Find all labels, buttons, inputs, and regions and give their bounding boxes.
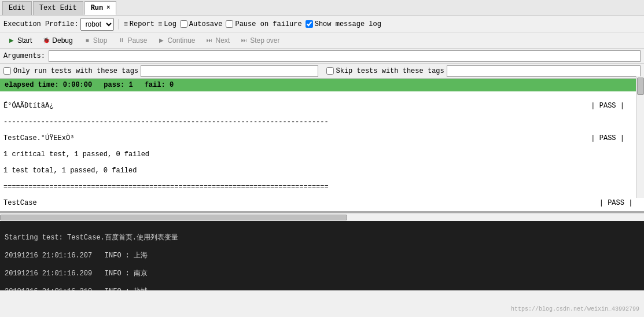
report-icon: ≡ [124, 20, 128, 28]
toolbar2: ▶ Start 🐞 Debug ■ Stop ⏸ Pause ▶ Continu… [0, 32, 644, 49]
pause-on-failure-checkbox[interactable] [226, 20, 233, 28]
execution-profile-label: Execution Profile: [3, 20, 79, 28]
v-scroll-thumb[interactable] [637, 78, 644, 95]
tab-edit[interactable]: Edit [2, 1, 32, 15]
skip-label: Skip tests with these tags [336, 67, 444, 75]
skip-col: Skip tests with these tags [326, 65, 641, 77]
step-over-icon: ⏭ [240, 36, 248, 45]
horizontal-scrollbar[interactable] [0, 213, 644, 221]
log-line3: 20191216 21:01:16.209 INFO : 南京 [5, 268, 639, 278]
watermark: https://blog.csdn.net/weixin_43992799 [511, 306, 639, 312]
arguments-label: Arguments: [3, 52, 45, 60]
pause-label: Pause [127, 36, 147, 45]
continue-label: Continue [167, 36, 195, 45]
tab-run-close-icon[interactable]: × [106, 5, 110, 11]
autosave-label: Autosave [189, 20, 223, 28]
elapsed-label: elapsed time: 0:00:00 [5, 81, 92, 89]
step-over-label: Step over [250, 36, 279, 45]
start-icon: ▶ [8, 36, 16, 45]
tab-run-label: Run [91, 4, 104, 12]
output-line4: 1 critical test, 1 passed, 0 failed [3, 150, 641, 158]
report-group[interactable]: ≡ Report [124, 20, 154, 28]
arguments-row: Arguments: [0, 49, 644, 64]
execution-profile-group: Execution Profile: robot [3, 18, 114, 31]
main-area: É°ÓÄÃÐtítäÄ¿ | PASS | ------------------… [0, 91, 644, 317]
output-pane[interactable]: É°ÓÄÃÐtítäÄ¿ | PASS | ------------------… [0, 91, 644, 213]
tab-edit-label: Edit [9, 4, 25, 12]
show-message-log-group[interactable]: Show message log [306, 20, 381, 28]
tab-text-edit[interactable]: Text Edit [33, 1, 83, 15]
debug-button[interactable]: 🐞 Debug [38, 35, 76, 46]
pause-on-failure-label: Pause on failure [235, 20, 301, 28]
status-bar: elapsed time: 0:00:00 pass: 1 fail: 0 [0, 79, 644, 91]
step-over-button[interactable]: ⏭ Step over [236, 35, 284, 46]
tab-run[interactable]: Run × [84, 1, 117, 15]
stop-icon: ■ [83, 36, 91, 45]
pass-label: pass: 1 [104, 81, 133, 89]
start-button[interactable]: ▶ Start [3, 35, 36, 46]
only-run-checkbox[interactable] [3, 67, 11, 75]
h-scroll-thumb[interactable] [0, 215, 347, 220]
continue-button[interactable]: ▶ Continue [153, 35, 199, 46]
output-line7: TestCase | PASS | [3, 199, 641, 207]
vertical-scrollbar[interactable] [636, 76, 644, 198]
pause-button[interactable]: ⏸ Pause [113, 35, 151, 46]
output-line6: ========================================… [3, 183, 641, 191]
output-line5: 1 test total, 1 passed, 0 failed [3, 167, 641, 175]
tab-bar: Edit Text Edit Run × [0, 0, 644, 16]
next-button[interactable]: ⏭ Next [201, 35, 234, 46]
output-line3: TestCase.°ÚŸEExÒ³ | PASS | [3, 134, 641, 142]
skip-checkbox[interactable] [326, 67, 334, 75]
start-label: Start [17, 36, 32, 45]
output-line2: ----------------------------------------… [3, 118, 641, 126]
log-pane[interactable]: Starting test: TestCase.百度首页.使用列表变量 2019… [0, 221, 644, 290]
log-line1: Starting test: TestCase.百度首页.使用列表变量 [5, 233, 639, 242]
tags-row: Only run tests with these tags Skip test… [0, 64, 644, 79]
tab-text-edit-label: Text Edit [39, 4, 77, 12]
toolbar1: Execution Profile: robot ≡ Report ≡ Log … [0, 16, 644, 32]
log-line4: 20191216 21:01:16.210 INFO : 盐城 [5, 286, 639, 290]
stop-label: Stop [93, 36, 108, 45]
fail-label: fail: 0 [145, 81, 174, 89]
stop-button[interactable]: ■ Stop [79, 35, 112, 46]
only-run-label: Only run tests with these tags [13, 67, 138, 75]
show-message-log-checkbox[interactable] [306, 20, 313, 28]
execution-profile-select[interactable]: robot [80, 18, 114, 31]
next-icon: ⏭ [205, 36, 214, 45]
log-label: Log [164, 20, 176, 28]
log-icon: ≡ [158, 20, 162, 28]
report-label: Report [130, 20, 154, 28]
next-label: Next [215, 36, 230, 45]
only-run-input[interactable] [141, 65, 318, 77]
pause-icon: ⏸ [117, 36, 126, 45]
arguments-input[interactable] [49, 50, 641, 62]
show-message-log-label: Show message log [315, 20, 381, 28]
log-group[interactable]: ≡ Log [158, 20, 176, 28]
continue-icon: ▶ [157, 36, 165, 45]
skip-input[interactable] [447, 65, 641, 77]
output-line1: É°ÓÄÃÐtítäÄ¿ | PASS | [3, 102, 641, 110]
log-line2: 20191216 21:01:16.207 INFO : 上海 [5, 250, 639, 260]
debug-label: Debug [52, 36, 72, 45]
separator1 [119, 19, 119, 30]
autosave-group[interactable]: Autosave [180, 20, 223, 28]
debug-icon: 🐞 [42, 36, 50, 45]
pause-on-failure-group[interactable]: Pause on failure [226, 20, 301, 28]
only-run-col: Only run tests with these tags [3, 65, 318, 77]
autosave-checkbox[interactable] [180, 20, 187, 28]
